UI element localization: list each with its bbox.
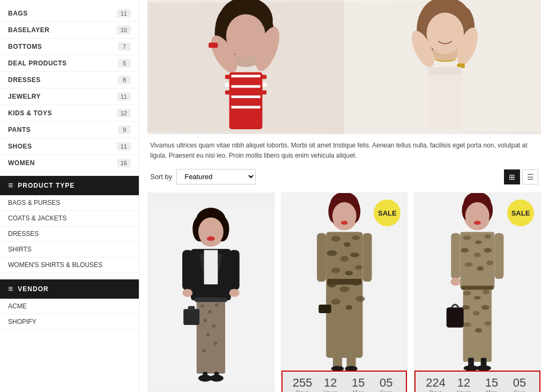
sidebar-item-count: 7 [118, 42, 131, 51]
svg-point-45 [229, 289, 239, 297]
svg-rect-85 [327, 279, 361, 285]
product-type-list: BAGS & PURSESCOATS & JACKETSDRESSESSHIRT… [0, 195, 139, 273]
vendor-item[interactable]: SHOPIFY [0, 314, 139, 330]
svg-rect-87 [317, 233, 326, 282]
sidebar-item-kids-&-toys[interactable]: KIDS & TOYS12 [0, 105, 139, 122]
category-list: BAGS11BASELAYER10BOTTOMS7DEAL PRODUCTS5D… [0, 5, 139, 172]
sidebar-item-count: 16 [117, 159, 131, 167]
svg-rect-14 [231, 80, 260, 83]
svg-rect-41 [204, 250, 218, 285]
sidebar-item-bags[interactable]: BAGS11 [0, 5, 139, 22]
sidebar-item-bottoms[interactable]: BOTTOMS7 [0, 39, 139, 55]
lines-icon-vendor: ≡ [8, 284, 13, 294]
product-type-item[interactable]: BAGS & PURSES [0, 195, 139, 211]
sidebar-item-count: 10 [117, 26, 131, 34]
svg-point-105 [474, 253, 481, 257]
svg-point-52 [206, 333, 210, 336]
sidebar-item-count: 5 [118, 59, 131, 68]
sidebar-item-label: SHOES [8, 143, 32, 150]
product-card-1[interactable] [147, 193, 274, 392]
svg-point-80 [339, 286, 349, 292]
countdown-hours-3: 12 Hours [454, 377, 473, 392]
svg-point-70 [331, 236, 340, 242]
svg-rect-16 [231, 90, 260, 93]
svg-rect-123 [447, 308, 464, 328]
sidebar-item-label: BAGS [8, 10, 28, 17]
product-image-3: SALE [414, 193, 540, 371]
vendor-item[interactable]: ACME [0, 299, 139, 314]
product-type-item[interactable]: SHIRTS [0, 242, 139, 257]
sidebar-item-label: DEAL PRODUCTS [8, 60, 67, 67]
svg-rect-100 [461, 232, 495, 290]
sidebar-item-dresses[interactable]: DRESSES8 [0, 72, 139, 88]
sidebar-item-count: 8 [118, 76, 131, 84]
svg-point-112 [474, 296, 481, 299]
svg-rect-88 [362, 233, 372, 282]
main-content: Vivamus ultrices quam vitae nibh aliquet… [139, 0, 549, 392]
svg-rect-124 [462, 286, 494, 290]
countdown-mins-2: 15 Mins [348, 377, 368, 392]
svg-point-44 [182, 289, 192, 297]
sidebar-item-shoes[interactable]: SHOES11 [0, 138, 139, 155]
svg-point-47 [201, 305, 204, 308]
svg-point-98 [465, 202, 489, 230]
product-type-item[interactable]: WOMEN'S SHIRTS & BLOUSES [0, 257, 139, 273]
sidebar-item-women[interactable]: WOMEN16 [0, 155, 139, 172]
svg-point-74 [340, 256, 348, 262]
vendor-header: ≡ VENDOR [0, 279, 139, 299]
svg-point-116 [481, 305, 489, 310]
svg-point-67 [332, 202, 357, 230]
svg-point-115 [473, 311, 480, 316]
svg-point-101 [463, 235, 471, 240]
sidebar-item-count: 11 [117, 142, 131, 151]
svg-point-109 [487, 261, 494, 265]
svg-point-82 [331, 299, 340, 305]
svg-rect-56 [183, 309, 199, 326]
banner-image-right [344, 0, 541, 134]
svg-point-102 [475, 241, 482, 244]
svg-rect-19 [231, 106, 260, 108]
sidebar-item-pants[interactable]: PANTS9 [0, 122, 139, 138]
svg-point-53 [214, 342, 217, 345]
svg-rect-46 [197, 299, 225, 374]
svg-rect-60 [203, 372, 207, 380]
sidebar-item-label: DRESSES [8, 76, 41, 84]
product-figure-1 [148, 193, 274, 392]
sidebar-item-count: 11 [117, 9, 131, 18]
svg-rect-57 [188, 306, 195, 311]
svg-point-54 [202, 349, 205, 352]
countdown-secs-2: 05 Secs [376, 377, 396, 392]
svg-rect-121 [495, 233, 504, 279]
sidebar-item-jewelry[interactable]: JEWELRY11 [0, 88, 139, 105]
countdown-inner-2: 255 Days 12 Hours 15 Mins [287, 377, 402, 392]
svg-point-75 [350, 253, 359, 257]
list-view-button[interactable]: ☰ [522, 169, 538, 184]
svg-rect-86 [318, 305, 331, 313]
svg-point-25 [427, 13, 464, 54]
svg-point-48 [208, 310, 211, 314]
countdown-3: 224 Days 12 Hours 15 Mins [414, 371, 540, 392]
svg-point-50 [203, 319, 206, 322]
countdown-days-2: 255 Days [293, 377, 313, 392]
sidebar-item-baselayer[interactable]: BASELAYER10 [0, 22, 139, 39]
svg-point-108 [477, 267, 484, 271]
svg-point-117 [463, 322, 471, 327]
svg-point-73 [327, 250, 337, 256]
sidebar-item-deal-products[interactable]: DEAL PRODUCTS5 [0, 55, 139, 72]
vendor-list: ACMESHOPIFY [0, 299, 139, 330]
product-type-item[interactable]: COATS & JACKETS [0, 211, 139, 226]
sort-label: Sort by [150, 173, 172, 181]
sort-select[interactable]: FeaturedPrice: Low to HighPrice: High to… [176, 169, 256, 184]
countdown-2: 255 Days 12 Hours 15 Mins [281, 371, 407, 392]
product-image-2: SALE [281, 193, 407, 371]
banner-figure-left [147, 0, 344, 134]
product-card-2[interactable]: SALE [281, 193, 408, 392]
product-card-3[interactable]: SALE [414, 193, 541, 392]
svg-point-37 [207, 236, 215, 241]
sidebar: BAGS11BASELAYER10BOTTOMS7DEAL PRODUCTS5D… [0, 0, 139, 392]
product-type-item[interactable]: DRESSES [0, 226, 139, 242]
sidebar-item-label: WOMEN [8, 159, 35, 167]
svg-rect-11 [209, 43, 218, 48]
grid-view-button[interactable]: ⊞ [504, 169, 520, 184]
sort-toolbar: Sort by FeaturedPrice: Low to HighPrice:… [147, 169, 541, 184]
